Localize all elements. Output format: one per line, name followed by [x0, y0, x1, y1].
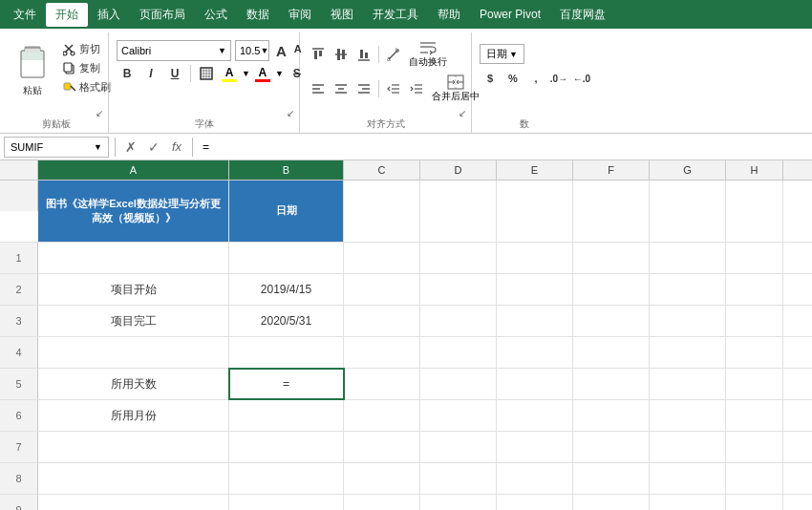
formula-confirm-button[interactable]: ✓ [144, 138, 163, 157]
fill-color-dropdown[interactable]: ▼ [242, 69, 250, 78]
formula-cancel-button[interactable]: ✗ [121, 138, 140, 157]
cell-3-e[interactable] [497, 306, 573, 336]
cell-1-a[interactable] [38, 243, 229, 273]
cell-7-b[interactable] [229, 432, 344, 462]
col-header-e[interactable]: E [497, 160, 573, 180]
menu-view[interactable]: 视图 [321, 3, 363, 27]
bold-button[interactable]: B [117, 63, 138, 84]
cell-9-f[interactable] [573, 495, 650, 510]
currency-button[interactable]: $ [480, 68, 501, 89]
increase-decimal-button[interactable]: .0→ [548, 68, 569, 89]
formula-input[interactable] [199, 137, 808, 158]
header-cell-h[interactable] [726, 181, 783, 242]
cell-1-c[interactable] [344, 243, 420, 273]
cell-8-c[interactable] [344, 463, 420, 494]
cell-4-a[interactable] [38, 337, 229, 368]
paste-button[interactable]: 粘贴 [11, 40, 53, 101]
menu-pagelayout[interactable]: 页面布局 [130, 3, 195, 27]
cell-5-e[interactable] [497, 369, 573, 399]
cell-5-d[interactable] [420, 369, 497, 399]
cell-2-c[interactable] [344, 274, 420, 305]
cell-3-a[interactable]: 项目完工 [38, 306, 229, 336]
col-header-d[interactable]: D [420, 160, 497, 180]
cell-4-e[interactable] [497, 337, 573, 368]
cell-8-b[interactable] [229, 463, 344, 494]
cell-8-h[interactable] [726, 463, 783, 494]
align-top-button[interactable] [308, 44, 329, 65]
header-cell-d[interactable] [420, 181, 497, 242]
cell-5-f[interactable] [573, 369, 650, 399]
wrap-text-button[interactable]: 自动换行 [406, 40, 450, 69]
cell-7-d[interactable] [420, 432, 497, 462]
header-cell-a[interactable]: 图书《这样学Excel数据处理与分析更高效（视频版）》 [38, 181, 229, 242]
text-align-right-button[interactable] [353, 78, 374, 99]
cell-3-d[interactable] [420, 306, 497, 336]
menu-powerpivot[interactable]: Power Pivot [470, 4, 550, 25]
cell-1-d[interactable] [420, 243, 497, 273]
text-align-left-button[interactable] [308, 78, 329, 99]
cell-9-b[interactable] [229, 495, 344, 510]
clipboard-dialog-launcher[interactable]: ↙ [93, 106, 106, 119]
col-header-b[interactable]: B [229, 160, 344, 180]
cell-9-g[interactable] [650, 495, 726, 510]
cell-6-d[interactable] [420, 400, 497, 431]
cell-2-e[interactable] [497, 274, 573, 305]
header-cell-c[interactable] [344, 181, 420, 242]
menu-home[interactable]: 开始 [46, 3, 88, 27]
number-format-dropdown[interactable]: 日期 ▼ [480, 44, 524, 64]
underline-button[interactable]: U [164, 63, 185, 84]
cell-6-a[interactable]: 所用月份 [38, 400, 229, 431]
cell-8-e[interactable] [497, 463, 573, 494]
comma-button[interactable]: , [525, 68, 546, 89]
cell-2-b[interactable]: 2019/4/15 [229, 274, 344, 305]
fill-color-button[interactable]: A [220, 65, 239, 83]
cell-3-h[interactable] [726, 306, 783, 336]
cell-7-e[interactable] [497, 432, 573, 462]
formula-fx-button[interactable]: fx [167, 138, 186, 157]
menu-devtools[interactable]: 开发工具 [363, 3, 428, 27]
cell-1-e[interactable] [497, 243, 573, 273]
cell-2-f[interactable] [573, 274, 650, 305]
cell-5-h[interactable] [726, 369, 783, 399]
cell-2-g[interactable] [650, 274, 726, 305]
cell-9-d[interactable] [420, 495, 497, 510]
col-header-c[interactable]: C [344, 160, 420, 180]
cell-2-h[interactable] [726, 274, 783, 305]
cell-6-b[interactable] [229, 400, 344, 431]
cell-3-g[interactable] [650, 306, 726, 336]
cell-4-b[interactable] [229, 337, 344, 368]
cell-7-g[interactable] [650, 432, 726, 462]
increase-indent-button[interactable] [406, 78, 427, 99]
cell-1-h[interactable] [726, 243, 783, 273]
cell-5-g[interactable] [650, 369, 726, 399]
cell-9-c[interactable] [344, 495, 420, 510]
font-name-box[interactable]: Calibri ▼ [117, 40, 231, 61]
percent-button[interactable]: % [502, 68, 524, 89]
header-cell-e[interactable] [497, 181, 573, 242]
border-button[interactable] [196, 63, 217, 84]
cell-6-f[interactable] [573, 400, 650, 431]
italic-button[interactable]: I [140, 63, 161, 84]
cell-6-c[interactable] [344, 400, 420, 431]
font-color-button[interactable]: A [253, 65, 272, 83]
align-middle-button[interactable] [331, 44, 352, 65]
col-header-g[interactable]: G [650, 160, 726, 180]
cell-8-f[interactable] [573, 463, 650, 494]
name-box[interactable]: SUMIF ▼ [4, 137, 109, 158]
cell-9-a[interactable] [38, 495, 229, 510]
font-color-dropdown[interactable]: ▼ [275, 69, 284, 78]
menu-insert[interactable]: 插入 [88, 3, 130, 27]
cell-5-a[interactable]: 所用天数 [38, 369, 229, 399]
cell-7-a[interactable] [38, 432, 229, 462]
col-header-f[interactable]: F [573, 160, 650, 180]
cell-8-d[interactable] [420, 463, 497, 494]
header-cell-b[interactable]: 日期 [229, 181, 344, 242]
text-align-center-button[interactable] [331, 78, 352, 99]
format-painter-button[interactable]: 格式刷 [59, 78, 115, 96]
cut-button[interactable]: 剪切 [59, 40, 115, 58]
font-increase-button[interactable]: A [273, 42, 289, 60]
cell-5-b[interactable]: = [229, 369, 344, 399]
orientation-button[interactable]: ab [383, 44, 404, 65]
col-header-a[interactable]: A [38, 160, 229, 180]
cell-7-h[interactable] [726, 432, 783, 462]
